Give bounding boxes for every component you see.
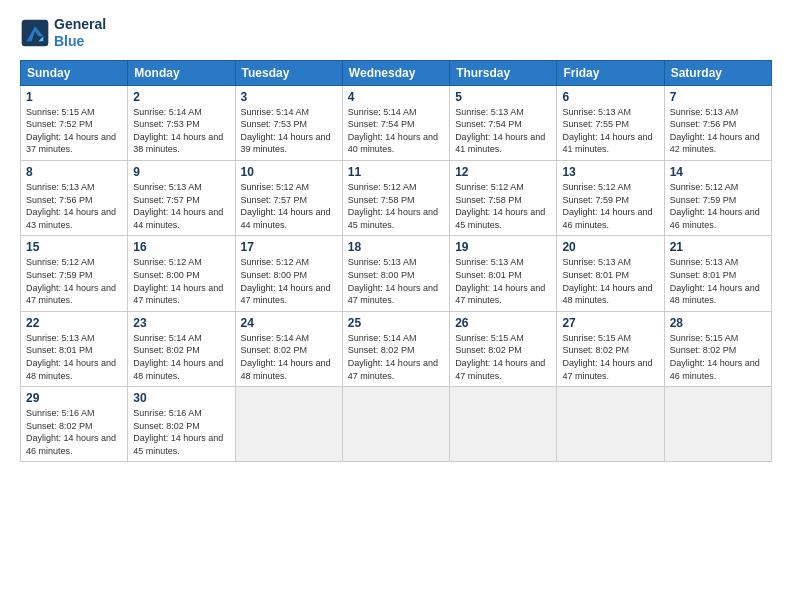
calendar-cell: [557, 387, 664, 462]
calendar-week-2: 8Sunrise: 5:13 AMSunset: 7:56 PMDaylight…: [21, 160, 772, 235]
calendar-cell: 3Sunrise: 5:14 AMSunset: 7:53 PMDaylight…: [235, 85, 342, 160]
day-number: 21: [670, 240, 766, 254]
day-number: 19: [455, 240, 551, 254]
calendar-cell: 25Sunrise: 5:14 AMSunset: 8:02 PMDayligh…: [342, 311, 449, 386]
day-info: Sunrise: 5:13 AMSunset: 8:00 PMDaylight:…: [348, 256, 444, 306]
day-number: 30: [133, 391, 229, 405]
day-number: 8: [26, 165, 122, 179]
day-number: 16: [133, 240, 229, 254]
day-number: 5: [455, 90, 551, 104]
calendar-cell: 20Sunrise: 5:13 AMSunset: 8:01 PMDayligh…: [557, 236, 664, 311]
day-info: Sunrise: 5:15 AMSunset: 7:52 PMDaylight:…: [26, 106, 122, 156]
day-number: 20: [562, 240, 658, 254]
logo-icon: [20, 18, 50, 48]
day-number: 25: [348, 316, 444, 330]
calendar-cell: 16Sunrise: 5:12 AMSunset: 8:00 PMDayligh…: [128, 236, 235, 311]
day-info: Sunrise: 5:15 AMSunset: 8:02 PMDaylight:…: [562, 332, 658, 382]
day-number: 29: [26, 391, 122, 405]
day-number: 3: [241, 90, 337, 104]
calendar-cell: [664, 387, 771, 462]
day-number: 7: [670, 90, 766, 104]
day-info: Sunrise: 5:15 AMSunset: 8:02 PMDaylight:…: [455, 332, 551, 382]
logo: General Blue: [20, 16, 106, 50]
calendar-cell: 30Sunrise: 5:16 AMSunset: 8:02 PMDayligh…: [128, 387, 235, 462]
day-number: 9: [133, 165, 229, 179]
day-info: Sunrise: 5:13 AMSunset: 7:56 PMDaylight:…: [26, 181, 122, 231]
calendar-cell: 7Sunrise: 5:13 AMSunset: 7:56 PMDaylight…: [664, 85, 771, 160]
calendar-week-4: 22Sunrise: 5:13 AMSunset: 8:01 PMDayligh…: [21, 311, 772, 386]
calendar-cell: 5Sunrise: 5:13 AMSunset: 7:54 PMDaylight…: [450, 85, 557, 160]
calendar-cell: 4Sunrise: 5:14 AMSunset: 7:54 PMDaylight…: [342, 85, 449, 160]
day-number: 4: [348, 90, 444, 104]
calendar-header-sunday: Sunday: [21, 60, 128, 85]
calendar-cell: 9Sunrise: 5:13 AMSunset: 7:57 PMDaylight…: [128, 160, 235, 235]
calendar-header-wednesday: Wednesday: [342, 60, 449, 85]
calendar-header-thursday: Thursday: [450, 60, 557, 85]
calendar-cell: 24Sunrise: 5:14 AMSunset: 8:02 PMDayligh…: [235, 311, 342, 386]
calendar-table: SundayMondayTuesdayWednesdayThursdayFrid…: [20, 60, 772, 463]
day-info: Sunrise: 5:14 AMSunset: 8:02 PMDaylight:…: [348, 332, 444, 382]
day-info: Sunrise: 5:13 AMSunset: 8:01 PMDaylight:…: [455, 256, 551, 306]
day-number: 17: [241, 240, 337, 254]
calendar-cell: 18Sunrise: 5:13 AMSunset: 8:00 PMDayligh…: [342, 236, 449, 311]
day-number: 2: [133, 90, 229, 104]
day-number: 15: [26, 240, 122, 254]
day-info: Sunrise: 5:15 AMSunset: 8:02 PMDaylight:…: [670, 332, 766, 382]
day-number: 22: [26, 316, 122, 330]
day-info: Sunrise: 5:12 AMSunset: 8:00 PMDaylight:…: [241, 256, 337, 306]
calendar-header-monday: Monday: [128, 60, 235, 85]
day-number: 18: [348, 240, 444, 254]
day-info: Sunrise: 5:13 AMSunset: 8:01 PMDaylight:…: [670, 256, 766, 306]
day-info: Sunrise: 5:13 AMSunset: 7:55 PMDaylight:…: [562, 106, 658, 156]
day-number: 12: [455, 165, 551, 179]
day-info: Sunrise: 5:12 AMSunset: 7:59 PMDaylight:…: [670, 181, 766, 231]
day-number: 11: [348, 165, 444, 179]
calendar-cell: 6Sunrise: 5:13 AMSunset: 7:55 PMDaylight…: [557, 85, 664, 160]
calendar-cell: [235, 387, 342, 462]
day-info: Sunrise: 5:14 AMSunset: 8:02 PMDaylight:…: [241, 332, 337, 382]
day-number: 6: [562, 90, 658, 104]
calendar-cell: 19Sunrise: 5:13 AMSunset: 8:01 PMDayligh…: [450, 236, 557, 311]
calendar-cell: 14Sunrise: 5:12 AMSunset: 7:59 PMDayligh…: [664, 160, 771, 235]
calendar-cell: 12Sunrise: 5:12 AMSunset: 7:58 PMDayligh…: [450, 160, 557, 235]
day-info: Sunrise: 5:14 AMSunset: 7:54 PMDaylight:…: [348, 106, 444, 156]
page: General Blue SundayMondayTuesdayWednesda…: [0, 0, 792, 612]
calendar-week-3: 15Sunrise: 5:12 AMSunset: 7:59 PMDayligh…: [21, 236, 772, 311]
calendar-cell: 29Sunrise: 5:16 AMSunset: 8:02 PMDayligh…: [21, 387, 128, 462]
day-info: Sunrise: 5:12 AMSunset: 7:58 PMDaylight:…: [348, 181, 444, 231]
day-number: 28: [670, 316, 766, 330]
day-number: 23: [133, 316, 229, 330]
day-number: 14: [670, 165, 766, 179]
calendar-cell: 2Sunrise: 5:14 AMSunset: 7:53 PMDaylight…: [128, 85, 235, 160]
calendar-header-friday: Friday: [557, 60, 664, 85]
header: General Blue: [20, 16, 772, 50]
day-info: Sunrise: 5:14 AMSunset: 7:53 PMDaylight:…: [133, 106, 229, 156]
day-info: Sunrise: 5:12 AMSunset: 7:59 PMDaylight:…: [26, 256, 122, 306]
day-number: 13: [562, 165, 658, 179]
calendar-week-1: 1Sunrise: 5:15 AMSunset: 7:52 PMDaylight…: [21, 85, 772, 160]
calendar-cell: 23Sunrise: 5:14 AMSunset: 8:02 PMDayligh…: [128, 311, 235, 386]
calendar-cell: 1Sunrise: 5:15 AMSunset: 7:52 PMDaylight…: [21, 85, 128, 160]
calendar-header-tuesday: Tuesday: [235, 60, 342, 85]
day-number: 27: [562, 316, 658, 330]
calendar-header-saturday: Saturday: [664, 60, 771, 85]
day-info: Sunrise: 5:13 AMSunset: 8:01 PMDaylight:…: [562, 256, 658, 306]
calendar-cell: 10Sunrise: 5:12 AMSunset: 7:57 PMDayligh…: [235, 160, 342, 235]
day-info: Sunrise: 5:12 AMSunset: 7:59 PMDaylight:…: [562, 181, 658, 231]
day-number: 1: [26, 90, 122, 104]
calendar-cell: 15Sunrise: 5:12 AMSunset: 7:59 PMDayligh…: [21, 236, 128, 311]
calendar-cell: 26Sunrise: 5:15 AMSunset: 8:02 PMDayligh…: [450, 311, 557, 386]
day-info: Sunrise: 5:16 AMSunset: 8:02 PMDaylight:…: [133, 407, 229, 457]
calendar-cell: 13Sunrise: 5:12 AMSunset: 7:59 PMDayligh…: [557, 160, 664, 235]
day-info: Sunrise: 5:12 AMSunset: 8:00 PMDaylight:…: [133, 256, 229, 306]
calendar-cell: 8Sunrise: 5:13 AMSunset: 7:56 PMDaylight…: [21, 160, 128, 235]
calendar-header-row: SundayMondayTuesdayWednesdayThursdayFrid…: [21, 60, 772, 85]
day-info: Sunrise: 5:13 AMSunset: 7:57 PMDaylight:…: [133, 181, 229, 231]
day-info: Sunrise: 5:13 AMSunset: 7:54 PMDaylight:…: [455, 106, 551, 156]
day-info: Sunrise: 5:12 AMSunset: 7:58 PMDaylight:…: [455, 181, 551, 231]
day-info: Sunrise: 5:12 AMSunset: 7:57 PMDaylight:…: [241, 181, 337, 231]
calendar-cell: 11Sunrise: 5:12 AMSunset: 7:58 PMDayligh…: [342, 160, 449, 235]
calendar-week-5: 29Sunrise: 5:16 AMSunset: 8:02 PMDayligh…: [21, 387, 772, 462]
svg-rect-0: [22, 19, 49, 46]
day-number: 10: [241, 165, 337, 179]
